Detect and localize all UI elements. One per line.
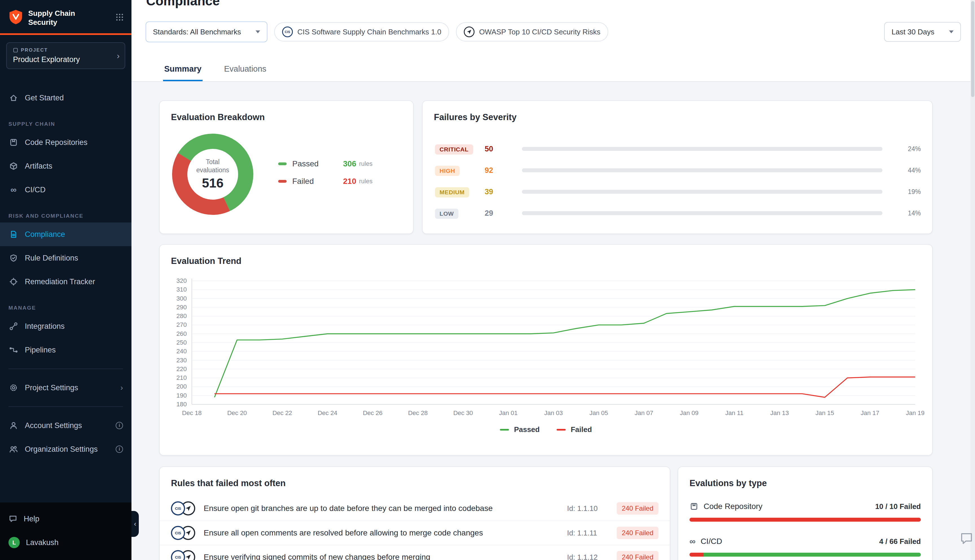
sidebar-item-label: Remediation Tracker bbox=[25, 277, 95, 286]
tab-evaluations[interactable]: Evaluations bbox=[223, 58, 267, 81]
gear-icon bbox=[8, 383, 18, 392]
sidebar-item-get-started[interactable]: Get Started bbox=[0, 86, 132, 110]
date-range-dropdown[interactable]: Last 30 Days bbox=[884, 22, 961, 42]
legend-row-failed: Failed 210 rules bbox=[278, 173, 372, 190]
sidebar-item-rule-definitions[interactable]: Rule Definitions bbox=[0, 246, 132, 270]
severity-count: 92 bbox=[485, 166, 513, 175]
svg-text:270: 270 bbox=[176, 321, 187, 328]
legend-label: Passed bbox=[292, 159, 324, 168]
rule-row[interactable]: CIS Ensure all open comments are resolve… bbox=[160, 520, 670, 545]
chat-widget-button[interactable] bbox=[959, 531, 974, 548]
trend-legend-passed: Passed bbox=[500, 425, 540, 434]
donut-center: Total evaluations 516 bbox=[187, 149, 238, 200]
severity-count: 39 bbox=[485, 188, 513, 196]
rule-row[interactable]: CIS Ensure open git branches are up to d… bbox=[160, 496, 670, 520]
failed-count-badge: 240 Failed bbox=[617, 502, 658, 515]
legend-label: Failed bbox=[292, 177, 324, 186]
type-row-code-repository: Code Repository 10 / 10 Failed bbox=[690, 502, 921, 522]
user-menu[interactable]: L Lavakush bbox=[0, 533, 132, 552]
help-button[interactable]: Help bbox=[0, 509, 132, 528]
svg-text:Dec 28: Dec 28 bbox=[408, 410, 428, 417]
target-icon bbox=[8, 277, 18, 286]
svg-text:230: 230 bbox=[176, 357, 187, 364]
svg-text:180: 180 bbox=[176, 401, 187, 408]
sidebar-item-compliance[interactable]: Compliance bbox=[0, 222, 132, 246]
sidebar-item-project-settings[interactable]: Project Settings › bbox=[0, 376, 132, 400]
sidebar-item-code-repositories[interactable]: Code Repositories bbox=[0, 130, 132, 154]
card-title: Evalutions by type bbox=[690, 478, 767, 488]
card-title: Evaluation Breakdown bbox=[171, 112, 265, 122]
app-switcher-grid-icon[interactable] bbox=[116, 13, 124, 23]
rule-icons: CIS bbox=[171, 502, 195, 515]
rule-row[interactable]: CIS Ensure verifying signed commits of n… bbox=[160, 545, 670, 560]
chevron-down-icon bbox=[255, 30, 260, 33]
sidebar-item-label: Organization Settings bbox=[25, 445, 98, 454]
app-title: Supply ChainSecurity bbox=[28, 9, 75, 27]
card-title: Failures by Severity bbox=[434, 112, 517, 122]
standards-dropdown[interactable]: Standards: All Benchmarks bbox=[145, 22, 267, 42]
infinity-icon: ∞ bbox=[690, 537, 695, 546]
sidebar-section-supply-chain: SUPPLY CHAIN bbox=[0, 110, 132, 130]
trend-legend: Passed Failed bbox=[160, 425, 932, 434]
page-scrollbar[interactable] bbox=[970, 0, 975, 560]
sidebar-item-label: CI/CD bbox=[25, 185, 46, 194]
rule-text: Ensure open git branches are up to date … bbox=[204, 504, 567, 513]
legend-row-passed: Passed 306 rules bbox=[278, 155, 372, 173]
sidebar-item-pipelines[interactable]: Pipelines bbox=[0, 338, 132, 362]
rule-text: Ensure all open comments are resolved be… bbox=[204, 528, 567, 537]
svg-text:Dec 26: Dec 26 bbox=[363, 410, 382, 417]
sidebar-collapse-handle[interactable]: ‹ bbox=[132, 511, 139, 537]
sidebar-item-cicd[interactable]: ∞ CI/CD bbox=[0, 178, 132, 202]
benchmark-chip-cis[interactable]: CIS CIS Software Supply Chain Benchmarks… bbox=[274, 22, 449, 42]
severity-row-critical: CRITICAL 50 24% bbox=[435, 138, 921, 160]
sidebar-item-label: Account Settings bbox=[25, 421, 82, 430]
benchmark-chip-owasp[interactable]: OWASP Top 10 CI/CD Security Risks bbox=[456, 22, 608, 42]
pipeline-icon bbox=[8, 345, 18, 355]
severity-badge: HIGH bbox=[435, 166, 459, 176]
sidebar-item-remediation-tracker[interactable]: Remediation Tracker bbox=[0, 270, 132, 293]
info-icon[interactable]: i bbox=[116, 422, 123, 429]
svg-text:Dec 20: Dec 20 bbox=[227, 410, 247, 417]
svg-text:280: 280 bbox=[176, 312, 187, 320]
severity-percent: 44% bbox=[897, 167, 921, 174]
svg-text:Jan 11: Jan 11 bbox=[725, 410, 743, 417]
date-range-label: Last 30 Days bbox=[892, 28, 934, 37]
svg-text:Jan 01: Jan 01 bbox=[499, 410, 518, 417]
svg-text:200: 200 bbox=[176, 383, 187, 390]
sidebar-item-label: Pipelines bbox=[25, 346, 56, 355]
info-icon[interactable]: i bbox=[116, 445, 123, 453]
passed-count: 306 bbox=[343, 159, 356, 168]
infinity-icon: ∞ bbox=[8, 185, 18, 194]
failed-count-badge: 240 Failed bbox=[617, 551, 658, 560]
project-selector[interactable]: PROJECT Product Exploratory › bbox=[6, 42, 125, 69]
severity-rows: CRITICAL 50 24% HIGH 92 44% MEDIUM 39 19… bbox=[435, 138, 921, 224]
svg-text:Jan 19: Jan 19 bbox=[906, 410, 925, 417]
sidebar-item-label: Artifacts bbox=[25, 162, 52, 171]
sidebar-bottom: Help L Lavakush bbox=[0, 502, 132, 560]
donut-center-label: Total evaluations bbox=[196, 158, 229, 174]
card-title: Rules that failed most often bbox=[171, 478, 285, 488]
page-title: Compliance bbox=[146, 0, 220, 8]
scrollbar-thumb[interactable] bbox=[971, 1, 975, 97]
sidebar-item-integrations[interactable]: Integrations bbox=[0, 314, 132, 338]
sidebar: Supply ChainSecurity PROJECT Product Exp… bbox=[0, 0, 132, 560]
failures-by-severity-card: Failures by Severity CRITICAL 50 24% HIG… bbox=[422, 100, 933, 234]
sidebar-item-organization-settings[interactable]: Organization Settings i bbox=[0, 437, 132, 461]
svg-text:Jan 15: Jan 15 bbox=[815, 410, 834, 417]
sidebar-item-account-settings[interactable]: Account Settings i bbox=[0, 414, 132, 437]
svg-text:190: 190 bbox=[176, 392, 187, 399]
rule-id: Id: 1.1.11 bbox=[567, 529, 610, 537]
chevron-right-icon: › bbox=[117, 51, 120, 61]
type-status: 10 / 10 Failed bbox=[875, 502, 921, 511]
tab-summary[interactable]: Summary bbox=[163, 58, 202, 81]
rule-id: Id: 1.1.10 bbox=[567, 504, 610, 513]
breakdown-legend: Passed 306 rules Failed 210 rules bbox=[278, 155, 372, 190]
sidebar-item-artifacts[interactable]: Artifacts bbox=[0, 154, 132, 178]
severity-percent: 24% bbox=[897, 145, 921, 153]
svg-text:Jan 05: Jan 05 bbox=[589, 410, 608, 417]
rule-rows: CIS Ensure open git branches are up to d… bbox=[160, 496, 670, 560]
compliance-dashboard: Supply ChainSecurity PROJECT Product Exp… bbox=[0, 0, 975, 560]
type-progress-bar bbox=[690, 553, 921, 557]
divider bbox=[8, 406, 123, 407]
severity-bar-track bbox=[522, 211, 883, 215]
